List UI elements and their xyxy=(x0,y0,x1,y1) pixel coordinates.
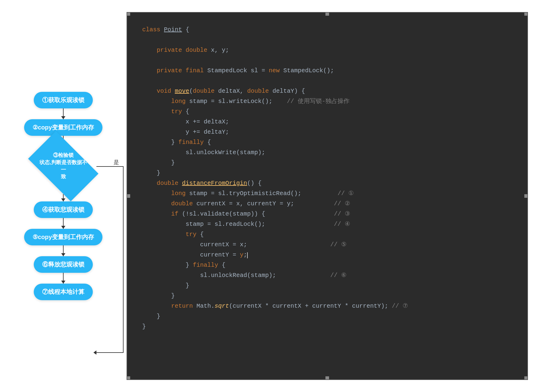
node2: ②copy变量到工作内存 xyxy=(24,119,103,136)
marker-right xyxy=(524,194,528,198)
flowchart: ①获取乐观读锁 ②copy变量到工作内存 ③检验锁状态,判断是否数据不一致 是 … xyxy=(24,92,103,300)
arrow-4-5 xyxy=(63,218,64,229)
corner-tl xyxy=(127,12,130,16)
yes-label: 是 xyxy=(114,159,119,166)
bypass-bottom xyxy=(96,352,124,353)
node6: ⑥释放悲观读锁 xyxy=(34,256,93,273)
marker-bottom xyxy=(325,376,329,380)
node3-label: ③检验锁状态,判断是否数据不一致 xyxy=(38,152,89,180)
node7: ⑦线程本地计算 xyxy=(34,284,93,300)
corner-bl xyxy=(127,376,130,380)
node5: ⑤copy变量到工作内存 xyxy=(24,229,103,245)
corner-tr xyxy=(524,12,528,16)
arrow-1-2 xyxy=(63,108,64,119)
arrow-3-4 xyxy=(63,194,64,201)
bypass-arrow xyxy=(93,350,96,355)
node4: ④获取悲观读锁 xyxy=(34,201,93,218)
bypass-line-right xyxy=(96,166,124,167)
arrow-6-7 xyxy=(63,273,64,284)
code-panel: class Point { private double x, y; priva… xyxy=(127,12,528,380)
diamond-section: ③检验锁状态,判断是否数据不一致 是 xyxy=(30,147,96,186)
marker-left xyxy=(127,194,130,198)
node3-diamond: ③检验锁状态,判断是否数据不一致 xyxy=(28,131,98,201)
marker-top xyxy=(325,12,329,16)
corner-br xyxy=(524,376,528,380)
flowchart-panel: ①获取乐观读锁 ②copy变量到工作内存 ③检验锁状态,判断是否数据不一致 是 … xyxy=(0,0,127,392)
code-block: class Point { private double x, y; priva… xyxy=(142,25,512,332)
bypass-vert xyxy=(123,166,124,353)
arrow-5-6 xyxy=(63,245,64,256)
node1: ①获取乐观读锁 xyxy=(34,92,93,108)
